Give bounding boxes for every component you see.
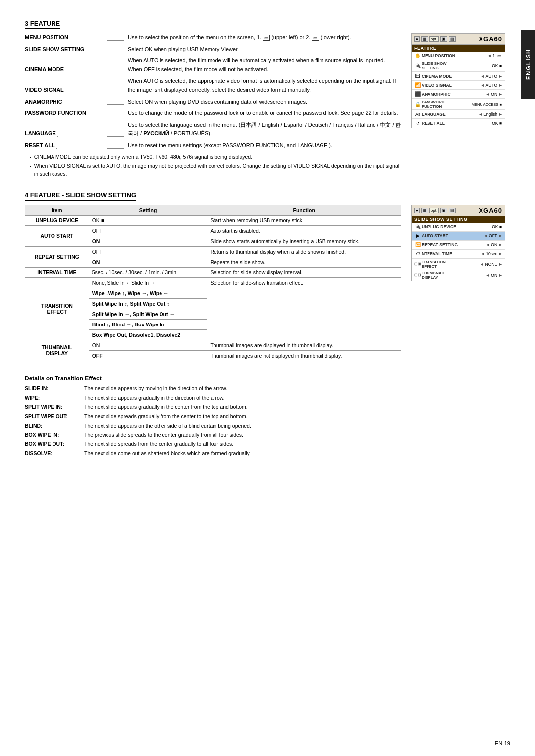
arrow-left-ana: ◄ xyxy=(485,92,490,97)
slide-layout: Item Setting Function UNPLUG DEVICE OK ■… xyxy=(25,205,510,365)
func-autostart-off: Auto start is disabled. xyxy=(207,225,401,236)
desc-slideshow: Select OK when playing USB Memory Viewer… xyxy=(124,45,401,54)
setting-repeat-on: ON xyxy=(89,257,207,267)
feature-text-content: MENU POSITION Use to select the position… xyxy=(25,33,401,181)
setting-autostart-on: ON xyxy=(89,236,207,246)
menu-icon-usb: 🔌 xyxy=(414,63,422,68)
slide-value-unplug: OK ■ xyxy=(492,224,502,229)
slide-value-repeat: ON xyxy=(491,242,497,247)
menu-section-label-slideshow: SLIDE SHOW SETTING xyxy=(412,216,505,223)
section-3-title: 3 FEATURE xyxy=(25,20,60,29)
slide-menu-row-transition: ⊞⊞ TRANSITION EFFECT ◄ NONE ► xyxy=(412,259,505,270)
bullet-text-2: When VIDEO SIGNAL is set to AUTO, the im… xyxy=(34,162,401,178)
value-reset: OK ■ xyxy=(492,121,502,126)
slide-value-autostart: OFF xyxy=(489,233,497,238)
feature-row-slideshow: SLIDE SHOW SETTING Select OK when playin… xyxy=(25,45,401,54)
slide-menu-icon-thumb: ⊞⊡ xyxy=(414,273,422,277)
arrow-right-autostart: ► xyxy=(498,233,503,238)
section-4-slideshow: 4 FEATURE - SLIDE SHOW SETTING Item Sett… xyxy=(25,191,510,365)
item-interval: INTERVAL TIME xyxy=(25,267,89,277)
feature-layout: MENU POSITION Use to select the position… xyxy=(25,33,510,181)
table-row-thumb-on: THUMBNAILDISPLAY ON Thumbnail images are… xyxy=(25,340,401,350)
table-row-interval: INTERVAL TIME 5sec. / 10sec. / 30sec. / … xyxy=(25,267,401,277)
table-row-autostart-off: AUTO START OFF Auto start is disabled. xyxy=(25,225,401,236)
trans-desc-split-wipe-out: The next slide spreads gradually from th… xyxy=(84,413,248,421)
slide-menu-icon-trans: ⊞⊞ xyxy=(414,262,422,266)
section-3-feature: 3 FEATURE MENU POSITION Use to select th… xyxy=(25,20,510,181)
slide-menu-label-autostart: AUTO START xyxy=(422,233,483,238)
arrow-right-video: ► xyxy=(498,83,503,88)
slide-menu-row-interval: ⏱ NTERVAL TIME ◄ 10sec ► xyxy=(412,250,505,259)
menu-icon-lang: Aε xyxy=(414,112,422,117)
trans-label-wipe: WIPE: xyxy=(25,394,84,402)
transition-row-dissolve: DISSOLVE: The next slide come out as sha… xyxy=(25,450,510,458)
slide-menu-icon-repeat: 🔁 xyxy=(414,242,422,247)
slide-value-interval: 10sec xyxy=(486,251,497,256)
table-row-repeat-off: REPEAT SETTING OFF Returns to thumbnail … xyxy=(25,246,401,257)
menu-label-slideshow: SLIDE SHOW SETTING xyxy=(422,61,491,70)
func-repeat-on: Repeats the slide show. xyxy=(207,257,401,267)
menu-icon-film: 🎞 xyxy=(414,73,422,79)
item-autostart: AUTO START xyxy=(25,225,89,246)
trans-desc-box-wipe-out: The next slide spreads from the center g… xyxy=(84,440,233,448)
slide-value-thumb: ON xyxy=(491,273,497,278)
menu-box-icons-feature: ● ▦ opt. ▣ ▤ xyxy=(414,36,456,42)
arrow-left-trans: ◄ xyxy=(480,262,484,267)
setting-thumb-on: ON xyxy=(89,340,207,350)
menu-label-menu-pos: MENU POSITION xyxy=(422,54,487,58)
menu-icon-2: ▦ xyxy=(421,36,428,42)
label-slideshow: SLIDE SHOW SETTING xyxy=(25,45,84,54)
arrow-right-trans: ► xyxy=(498,262,503,267)
feature-menu-box: ● ▦ opt. ▣ ▤ XGA60 FEATURE ✋ MENU POSITI… xyxy=(411,33,510,181)
arrow-right-interval: ► xyxy=(498,251,503,256)
arrow-right-lang: ► xyxy=(498,112,503,117)
value-ana: ON xyxy=(491,92,497,97)
label-menu-position: MENU POSITION xyxy=(25,33,68,42)
arrow-left-video: ◄ xyxy=(481,83,485,88)
func-unplug: Start when removing USB memory stick. xyxy=(207,215,401,225)
func-transition: Selection for slide-show transition effe… xyxy=(207,277,401,340)
trans-desc-blind: The next slide appears on the other side… xyxy=(84,422,251,430)
menu-box-feature: ● ▦ opt. ▣ ▤ XGA60 FEATURE ✋ MENU POSITI… xyxy=(411,33,505,128)
menu-box-icons-slideshow: ● ▦ opt. ▣ ▤ xyxy=(414,208,456,213)
setting-trans-2: Wipe ↓Wipe ↑, Wipe →, Wipe ← xyxy=(89,288,207,298)
slide-menu-icon-usb: 🔌 xyxy=(414,224,422,229)
menu-label-video-sig: VIDEO SIGNAL xyxy=(422,83,481,88)
arrow-right-ana: ► xyxy=(498,92,503,97)
desc-menu-position: Use to select the position of the menu o… xyxy=(124,33,401,42)
value-language: English xyxy=(483,112,497,117)
arrow-left-menu-pos: ◄ xyxy=(487,54,492,58)
func-repeat-off: Returns to thumbnail display when a slid… xyxy=(207,246,401,257)
label-language: LANGUAGE xyxy=(25,129,56,138)
arrow-right-repeat: ► xyxy=(498,242,503,247)
transition-row-box-wipe-out: BOX WIPE OUT: The next slide spreads fro… xyxy=(25,440,510,448)
transition-details-title: Details on Transition Effect xyxy=(25,375,510,382)
dots-slideshow xyxy=(86,52,124,52)
dots-language xyxy=(57,136,124,137)
label-cinema: CINEMA MODE xyxy=(25,65,64,74)
menu-row-menu-position: ✋ MENU POSITION ◄ 1. ▭ xyxy=(412,52,505,60)
arrow-right-cinema: ► xyxy=(498,74,503,79)
dots-reset xyxy=(56,148,124,149)
transition-details-section: Details on Transition Effect SLIDE IN: T… xyxy=(25,375,510,458)
menu-icon-wide: ⬛ xyxy=(414,91,422,97)
transition-row-split-wipe-out: SPLIT WIPE OUT: The next slide spreads g… xyxy=(25,413,510,421)
desc-reset: Use to reset the menu settings (except P… xyxy=(124,141,401,150)
menu-box-header-slideshow: ● ▦ opt. ▣ ▤ XGA60 xyxy=(412,205,505,216)
trans-label-split-wipe-out: SPLIT WIPE OUT: xyxy=(25,413,84,421)
label-anamorphic: ANAMORPHIC xyxy=(25,98,62,107)
slide-menu-icon-opt: opt. xyxy=(429,208,439,213)
setting-trans-6: Box Wipe Out, Dissolve1, Dissolve2 xyxy=(89,329,207,340)
menu-label-anamorphic: ANAMORPHIC xyxy=(422,92,485,97)
menu-row-anamorphic: ⬛ ANAMORPHIC ◄ ON ► xyxy=(412,90,505,99)
setting-thumb-off: OFF xyxy=(89,350,207,361)
feature-bullets: • CINEMA MODE can be adjusted only when … xyxy=(30,153,401,178)
slide-menu-icon-1: ● xyxy=(414,208,420,213)
slide-menu-label-trans: TRANSITION EFFECT xyxy=(422,260,480,269)
slide-show-table: Item Setting Function UNPLUG DEVICE OK ■… xyxy=(25,205,401,361)
menu-label-reset: RESET ALL xyxy=(422,121,491,126)
section-4-title: 4 FEATURE - SLIDE SHOW SETTING xyxy=(25,191,136,201)
menu-row-reset-all: ↺ RESET ALL OK ■ xyxy=(412,119,505,128)
slide-value-trans: NONE xyxy=(485,262,498,267)
menu-icon-1: ● xyxy=(414,36,420,42)
